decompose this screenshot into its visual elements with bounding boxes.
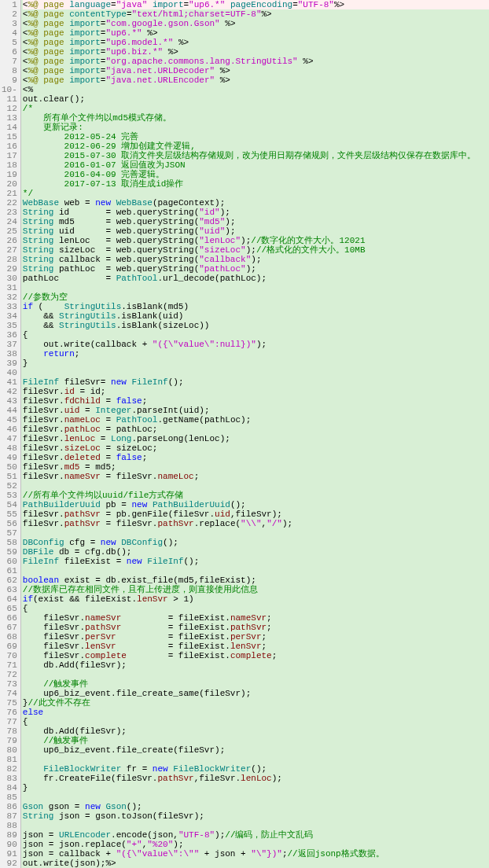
code-line[interactable]: 2015-07-30 取消文件夹层级结构存储规则，改为使用日期存储规则，文件夹层… [23, 151, 489, 160]
code-line[interactable]: <%@ page import="up6.biz.*" %> [23, 47, 489, 57]
code-line[interactable]: DBConfig cfg = new DBConfig(); [23, 538, 489, 547]
code-line[interactable]: <%@ page import="org.apache.commons.lang… [23, 57, 489, 66]
code-line[interactable]: fileSvr.sizeLoc = sizeLoc; [23, 443, 489, 453]
code-line[interactable]: 2012-06-29 增加创建文件逻辑, [23, 142, 489, 151]
code-line[interactable] [23, 755, 489, 764]
line-number: 5 [2, 38, 17, 47]
code-line[interactable]: fileSvr.fdChild = false; [23, 396, 489, 406]
line-number: 44 [2, 406, 17, 415]
code-line[interactable]: 2012-05-24 完善 [23, 132, 489, 142]
line-number: 88 [2, 821, 17, 830]
code-line[interactable]: String uid = web.queryString("uid"); [23, 226, 489, 236]
code-line[interactable]: json = URLEncoder.encode(json,"UTF-8");/… [23, 830, 489, 840]
code-line[interactable] [23, 528, 489, 538]
code-line[interactable]: fileSvr.id = id; [23, 387, 489, 396]
code-line[interactable]: { [23, 330, 489, 340]
code-line[interactable]: WebBase web = new WebBase(pageContext); [23, 198, 489, 208]
line-number: 80 [2, 745, 17, 755]
code-line[interactable]: if ( StringUtils.isBlank(md5) [23, 302, 489, 311]
code-line[interactable]: String callback = web.queryString("callb… [23, 255, 489, 264]
code-line[interactable]: //所有单个文件均以uuid/file方式存储 [23, 491, 489, 500]
code-line[interactable]: db.Add(fileSvr); [23, 660, 489, 670]
code-line[interactable]: fileSvr.nameSvr = fileExist.nameSvr; [23, 613, 489, 623]
code-line[interactable]: fileSvr.lenLoc = Long.parseLong(lenLoc); [23, 434, 489, 443]
code-line[interactable] [23, 793, 489, 802]
code-line[interactable]: && StringUtils.isBlank(uid) [23, 311, 489, 321]
code-line[interactable] [23, 368, 489, 377]
code-line[interactable]: { [23, 717, 489, 726]
code-line[interactable]: out.write(json);%> [23, 859, 489, 868]
code-line[interactable]: <%@ page import="up6.*" %> [23, 28, 489, 38]
code-line[interactable]: <%@ page import="up6.model.*" %> [23, 38, 489, 47]
code-line[interactable]: fileSvr.pathLoc = pathLoc; [23, 425, 489, 434]
code-line[interactable]: 2017-07-13 取消生成id操作 [23, 179, 489, 189]
code-line[interactable]: String pathLoc = web.queryString("pathLo… [23, 264, 489, 274]
code-line[interactable]: boolean exist = db.exist_file(md5,fileEx… [23, 576, 489, 585]
code-line[interactable]: } [23, 359, 489, 368]
code-line[interactable]: { [23, 604, 489, 613]
line-number: 27 [2, 245, 17, 255]
code-line[interactable]: 2016-01-07 返回值改为JSON [23, 160, 489, 170]
code-line[interactable]: else [23, 708, 489, 717]
code-line[interactable]: 2016-04-09 完善逻辑。 [23, 170, 489, 179]
code-line[interactable]: json = json.replace("+","%20"); [23, 840, 489, 849]
code-line[interactable]: fileSvr.lenSvr = fileExist.lenSvr; [23, 642, 489, 651]
code-line[interactable]: pathLoc = PathTool.url_decode(pathLoc); [23, 274, 489, 283]
code-line[interactable]: out.clear(); [23, 94, 489, 104]
code-line[interactable]: <%@ page import="com.google.gson.Gson" %… [23, 19, 489, 28]
code-line[interactable]: //触发事件 [23, 679, 489, 689]
code-line[interactable]: fileSvr.perSvr = fileExist.perSvr; [23, 632, 489, 642]
line-number: 73 [2, 679, 17, 689]
code-line[interactable]: fileSvr.md5 = md5; [23, 462, 489, 472]
code-line[interactable]: 更新记录: [23, 123, 489, 132]
code-line[interactable]: FileInf fileSvr= new FileInf(); [23, 377, 489, 387]
code-line[interactable]: <%@ page language="java" import="up6.*" … [23, 0, 489, 9]
code-line[interactable]: <%@ page import="java.net.URLDecoder" %> [23, 66, 489, 75]
code-line[interactable]: fileSvr.uid = Integer.parseInt(uid); [23, 406, 489, 415]
code-line[interactable]: fileSvr.nameSvr = fileSvr.nameLoc; [23, 472, 489, 481]
code-line[interactable]: fr.CreateFile(fileSvr.pathSvr,fileSvr.le… [23, 774, 489, 783]
code-line[interactable] [23, 283, 489, 292]
code-line[interactable]: <%@ page contentType="text/html;charset=… [23, 9, 489, 19]
code-line[interactable]: && StringUtils.isBlank(sizeLoc)) [23, 321, 489, 330]
code-line[interactable]: if(exist && fileExist.lenSvr > 1) [23, 594, 489, 604]
code-line[interactable]: /* [23, 104, 489, 113]
code-line[interactable]: Gson gson = new Gson(); [23, 802, 489, 811]
code-line[interactable]: <% [23, 85, 489, 94]
code-line[interactable] [23, 566, 489, 576]
code-line[interactable]: String id = web.queryString("id"); [23, 208, 489, 217]
code-line[interactable]: String sizeLoc = web.queryString("sizeLo… [23, 245, 489, 255]
code-line[interactable]: PathBuilderUuid pb = new PathBuilderUuid… [23, 500, 489, 509]
code-area[interactable]: <%@ page language="java" import="up6.*" … [21, 0, 489, 868]
code-line[interactable]: //数据库已存在相同文件，且有上传进度，则直接使用此信息 [23, 585, 489, 594]
code-line[interactable]: fileSvr.pathSvr = fileSvr.pathSvr.replac… [23, 519, 489, 528]
line-number: 51 [2, 472, 17, 481]
code-line[interactable]: //触发事件 [23, 736, 489, 745]
code-line[interactable]: up6_biz_event.file_create(fileSvr); [23, 745, 489, 755]
code-line[interactable] [23, 670, 489, 679]
code-line[interactable]: }//此文件不存在 [23, 698, 489, 708]
code-line[interactable]: db.Add(fileSvr); [23, 726, 489, 736]
code-line[interactable]: fileSvr.deleted = false; [23, 453, 489, 462]
code-line[interactable]: String md5 = web.queryString("md5"); [23, 217, 489, 226]
code-line[interactable]: FileInf fileExist = new FileInf(); [23, 557, 489, 566]
code-line[interactable]: String lenLoc = web.queryString("lenLoc"… [23, 236, 489, 245]
code-line[interactable] [23, 481, 489, 491]
code-line[interactable]: //参数为空 [23, 292, 489, 302]
code-line[interactable]: DBFile db = cfg.db(); [23, 547, 489, 557]
code-line[interactable]: String json = gson.toJson(fileSvr); [23, 811, 489, 821]
code-line[interactable]: return; [23, 349, 489, 359]
code-line[interactable]: fileSvr.complete = fileExist.complete; [23, 651, 489, 660]
code-line[interactable]: up6_biz_event.file_create_same(fileSvr); [23, 689, 489, 698]
code-line[interactable]: out.write(callback + "({\"value\":null})… [23, 340, 489, 349]
code-line[interactable]: } [23, 783, 489, 793]
code-line[interactable] [23, 821, 489, 830]
code-line[interactable]: FileBlockWriter fr = new FileBlockWriter… [23, 764, 489, 774]
code-line[interactable]: fileSvr.pathSvr = fileExist.pathSvr; [23, 623, 489, 632]
code-line[interactable]: json = callback + "({\"value\":\"" + jso… [23, 849, 489, 859]
code-line[interactable]: 所有单个文件均以md5模式存储。 [23, 113, 489, 123]
code-line[interactable]: */ [23, 189, 489, 198]
code-line[interactable]: fileSvr.pathSvr = pb.genFile(fileSvr.uid… [23, 509, 489, 519]
code-line[interactable]: <%@ page import="java.net.URLEncoder" %> [23, 75, 489, 85]
code-line[interactable]: fileSvr.nameLoc = PathTool.getName(pathL… [23, 415, 489, 425]
